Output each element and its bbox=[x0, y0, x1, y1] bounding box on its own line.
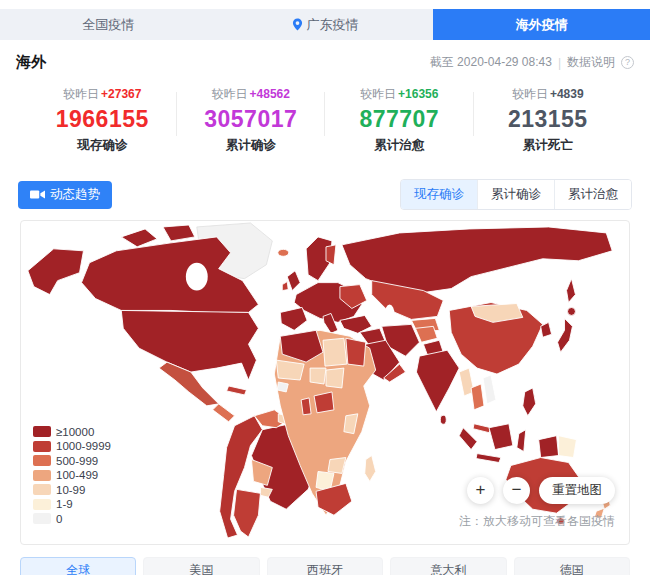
legend-label: 1000-9999 bbox=[56, 440, 111, 452]
country-map-tabs: 全球 疫情地图 美国 疫情地图 西班牙 疫情地图 意大利 疫情地图 德国 疫情地… bbox=[20, 557, 630, 575]
delta-prefix: 较昨日 bbox=[360, 87, 396, 101]
delta-value: +16356 bbox=[398, 87, 438, 101]
stat-label: 现存确诊 bbox=[28, 137, 177, 154]
legend-swatch bbox=[33, 484, 51, 495]
stats-row: 较昨日+27367 1966155 现存确诊 较昨日+48562 3057017… bbox=[28, 84, 622, 158]
data-note-link[interactable]: 数据说明 bbox=[567, 54, 615, 71]
delta-value: +4839 bbox=[550, 87, 584, 101]
page-title: 海外 bbox=[16, 53, 46, 72]
location-pin-icon bbox=[292, 18, 303, 31]
world-map-panel: ≥10000 1000-9999 500-999 100-499 10-99 1… bbox=[20, 220, 630, 545]
legend-swatch bbox=[33, 499, 51, 510]
delta-value: +27367 bbox=[101, 87, 141, 101]
reset-map-button[interactable]: 重置地图 bbox=[539, 477, 615, 504]
zoom-out-button[interactable]: − bbox=[503, 477, 530, 504]
legend-row: 1-9 bbox=[33, 497, 111, 512]
help-question-icon[interactable]: ? bbox=[621, 56, 634, 69]
legend-row: 10-99 bbox=[33, 483, 111, 498]
legend-swatch bbox=[33, 455, 51, 466]
stat-card-existing-confirmed: 较昨日+27367 1966155 现存确诊 bbox=[28, 84, 177, 158]
legend-swatch bbox=[33, 441, 51, 452]
header-meta: 截至 2020-04-29 08:43 | 数据说明 ? bbox=[430, 54, 634, 71]
stat-value: 877707 bbox=[325, 106, 474, 133]
legend-swatch bbox=[33, 426, 51, 437]
stat-card-total-confirmed: 较昨日+48562 3057017 累计确诊 bbox=[177, 84, 326, 158]
legend-label: ≥10000 bbox=[56, 426, 94, 438]
map-tab-line1: 德国 bbox=[515, 562, 629, 575]
metric-tab-existing-confirmed[interactable]: 现存确诊 bbox=[401, 180, 477, 209]
legend-label: 100-499 bbox=[56, 469, 98, 481]
stat-label: 累计死亡 bbox=[474, 137, 623, 154]
tab-guangdong[interactable]: 广东疫情 bbox=[217, 9, 434, 40]
delta-prefix: 较昨日 bbox=[512, 87, 548, 101]
map-tab-germany[interactable]: 德国 疫情地图 bbox=[514, 557, 630, 575]
delta-prefix: 较昨日 bbox=[212, 87, 248, 101]
map-tab-line1: 意大利 bbox=[391, 562, 505, 575]
map-tab-italy[interactable]: 意大利 疫情地图 bbox=[390, 557, 506, 575]
as-of-timestamp: 截至 2020-04-29 08:43 bbox=[430, 54, 552, 71]
tab-overseas-label: 海外疫情 bbox=[516, 16, 568, 34]
header-row: 海外 截至 2020-04-29 08:43 | 数据说明 ? bbox=[0, 53, 650, 72]
metric-tab-total-cured[interactable]: 累计治愈 bbox=[554, 180, 631, 209]
legend-row: 500-999 bbox=[33, 454, 111, 469]
legend-label: 1-9 bbox=[56, 498, 73, 510]
delta-value: +48562 bbox=[250, 87, 290, 101]
map-tab-line1: 全球 bbox=[21, 562, 135, 575]
video-camera-icon bbox=[30, 189, 45, 200]
top-tabbar: 全国疫情 广东疫情 海外疫情 bbox=[0, 9, 650, 40]
toolbar: 动态趋势 现存确诊 累计确诊 累计治愈 bbox=[18, 179, 632, 210]
tab-national[interactable]: 全国疫情 bbox=[0, 9, 217, 40]
stat-value: 213155 bbox=[474, 106, 623, 133]
map-tab-usa[interactable]: 美国 疫情地图 bbox=[143, 557, 259, 575]
legend-row: ≥10000 bbox=[33, 425, 111, 440]
map-controls: + − 重置地图 bbox=[467, 477, 615, 504]
tab-overseas[interactable]: 海外疫情 bbox=[433, 9, 650, 40]
tab-guangdong-label: 广东疫情 bbox=[307, 16, 359, 34]
metric-segmented-control: 现存确诊 累计确诊 累计治愈 bbox=[400, 179, 632, 210]
stat-label: 累计治愈 bbox=[325, 137, 474, 154]
stat-card-total-cured: 较昨日+16356 877707 累计治愈 bbox=[325, 84, 474, 158]
legend-label: 0 bbox=[56, 513, 62, 525]
map-tab-line1: 美国 bbox=[144, 562, 258, 575]
legend-swatch bbox=[33, 513, 51, 524]
stat-value: 1966155 bbox=[28, 106, 177, 133]
legend-swatch bbox=[33, 470, 51, 481]
legend-row: 0 bbox=[33, 512, 111, 527]
dynamic-trend-button[interactable]: 动态趋势 bbox=[18, 181, 112, 209]
map-note: 注：放大移动可查看各国疫情 bbox=[459, 513, 615, 530]
meta-separator: | bbox=[558, 56, 561, 70]
metric-tab-total-confirmed[interactable]: 累计确诊 bbox=[477, 180, 554, 209]
tab-national-label: 全国疫情 bbox=[82, 16, 134, 34]
legend-row: 100-499 bbox=[33, 468, 111, 483]
legend-label: 10-99 bbox=[56, 484, 85, 496]
legend-label: 500-999 bbox=[56, 455, 98, 467]
map-legend: ≥10000 1000-9999 500-999 100-499 10-99 1… bbox=[33, 425, 111, 527]
stat-value: 3057017 bbox=[177, 106, 326, 133]
map-tab-spain[interactable]: 西班牙 疫情地图 bbox=[267, 557, 383, 575]
legend-row: 1000-9999 bbox=[33, 439, 111, 454]
stat-card-total-deaths: 较昨日+4839 213155 累计死亡 bbox=[474, 84, 623, 158]
delta-prefix: 较昨日 bbox=[63, 87, 99, 101]
zoom-in-button[interactable]: + bbox=[467, 477, 494, 504]
map-tab-line1: 西班牙 bbox=[268, 562, 382, 575]
map-tab-global[interactable]: 全球 疫情地图 bbox=[20, 557, 136, 575]
dynamic-trend-label: 动态趋势 bbox=[50, 186, 100, 203]
stat-label: 累计确诊 bbox=[177, 137, 326, 154]
